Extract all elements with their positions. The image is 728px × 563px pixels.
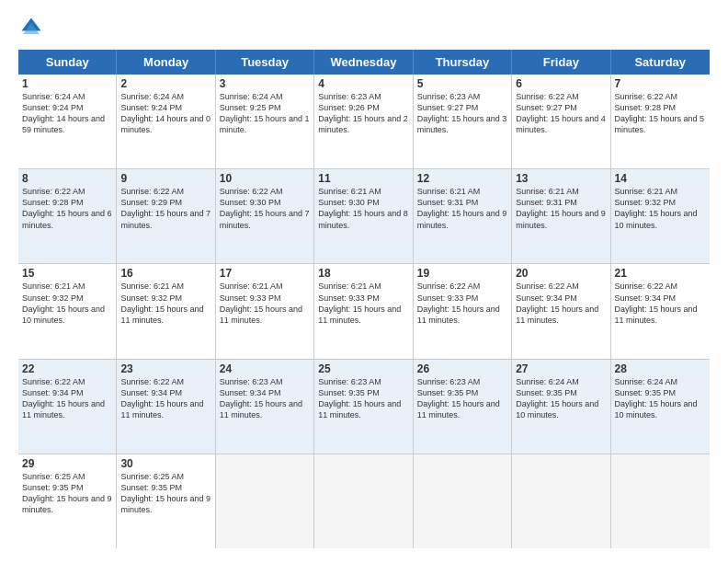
day-number: 17: [220, 267, 310, 280]
cal-cell: 26Sunrise: 6:23 AM Sunset: 9:35 PM Dayli…: [414, 360, 512, 454]
day-number: 21: [615, 267, 706, 280]
cal-cell: 27Sunrise: 6:24 AM Sunset: 9:35 PM Dayli…: [512, 360, 610, 454]
day-number: 30: [120, 457, 210, 470]
header-day-thursday: Thursday: [414, 50, 512, 75]
cal-cell: 24Sunrise: 6:23 AM Sunset: 9:34 PM Dayli…: [216, 360, 314, 454]
day-number: 5: [417, 77, 507, 90]
header-day-monday: Monday: [117, 50, 215, 75]
cal-cell: 6Sunrise: 6:22 AM Sunset: 9:27 PM Daylig…: [512, 75, 610, 168]
calendar-row-4: 29Sunrise: 6:25 AM Sunset: 9:35 PM Dayli…: [18, 454, 710, 548]
cell-info: Sunrise: 6:21 AM Sunset: 9:31 PM Dayligh…: [417, 186, 507, 231]
cell-info: Sunrise: 6:22 AM Sunset: 9:33 PM Dayligh…: [417, 281, 507, 326]
cal-cell: 4Sunrise: 6:23 AM Sunset: 9:26 PM Daylig…: [314, 75, 413, 168]
calendar: SundayMondayTuesdayWednesdayThursdayFrid…: [18, 50, 710, 548]
cell-info: Sunrise: 6:21 AM Sunset: 9:33 PM Dayligh…: [220, 281, 310, 326]
cell-info: Sunrise: 6:23 AM Sunset: 9:35 PM Dayligh…: [417, 376, 507, 421]
cell-info: Sunrise: 6:23 AM Sunset: 9:26 PM Dayligh…: [318, 91, 408, 136]
day-number: 25: [318, 362, 408, 375]
cal-cell: 2Sunrise: 6:24 AM Sunset: 9:24 PM Daylig…: [117, 75, 215, 168]
calendar-row-3: 22Sunrise: 6:22 AM Sunset: 9:34 PM Dayli…: [18, 360, 710, 454]
cal-cell: 28Sunrise: 6:24 AM Sunset: 9:35 PM Dayli…: [611, 360, 710, 454]
cal-cell: 9Sunrise: 6:22 AM Sunset: 9:29 PM Daylig…: [117, 169, 215, 263]
header-day-saturday: Saturday: [611, 50, 710, 75]
cal-cell: 16Sunrise: 6:21 AM Sunset: 9:32 PM Dayli…: [117, 264, 215, 358]
cal-cell: 1Sunrise: 6:24 AM Sunset: 9:24 PM Daylig…: [18, 75, 117, 168]
cal-cell: [314, 454, 413, 548]
cal-cell: 13Sunrise: 6:21 AM Sunset: 9:31 PM Dayli…: [512, 169, 610, 263]
logo-icon: [18, 15, 44, 40]
cell-info: Sunrise: 6:24 AM Sunset: 9:35 PM Dayligh…: [615, 376, 706, 421]
header-day-sunday: Sunday: [18, 50, 117, 75]
day-number: 15: [22, 267, 112, 280]
cal-cell: 15Sunrise: 6:21 AM Sunset: 9:32 PM Dayli…: [18, 264, 117, 358]
cell-info: Sunrise: 6:23 AM Sunset: 9:35 PM Dayligh…: [318, 376, 408, 421]
day-number: 11: [318, 172, 408, 185]
page: SundayMondayTuesdayWednesdayThursdayFrid…: [0, 0, 728, 563]
day-number: 14: [615, 172, 706, 185]
cal-cell: 30Sunrise: 6:25 AM Sunset: 9:35 PM Dayli…: [117, 454, 215, 548]
cell-info: Sunrise: 6:21 AM Sunset: 9:32 PM Dayligh…: [22, 281, 112, 326]
cell-info: Sunrise: 6:21 AM Sunset: 9:31 PM Dayligh…: [516, 186, 606, 231]
cal-cell: 29Sunrise: 6:25 AM Sunset: 9:35 PM Dayli…: [18, 454, 117, 548]
cell-info: Sunrise: 6:21 AM Sunset: 9:30 PM Dayligh…: [318, 186, 408, 231]
cal-cell: 14Sunrise: 6:21 AM Sunset: 9:32 PM Dayli…: [611, 169, 710, 263]
day-number: 20: [516, 267, 606, 280]
cal-cell: [512, 454, 610, 548]
day-number: 29: [22, 457, 112, 470]
day-number: 8: [22, 172, 112, 185]
calendar-body: 1Sunrise: 6:24 AM Sunset: 9:24 PM Daylig…: [18, 75, 710, 548]
day-number: 3: [220, 77, 310, 90]
day-number: 4: [318, 77, 408, 90]
logo: [18, 15, 48, 40]
cal-cell: 10Sunrise: 6:22 AM Sunset: 9:30 PM Dayli…: [216, 169, 314, 263]
cell-info: Sunrise: 6:24 AM Sunset: 9:24 PM Dayligh…: [120, 91, 210, 136]
day-number: 2: [120, 77, 210, 90]
day-number: 16: [120, 267, 210, 280]
day-number: 18: [318, 267, 408, 280]
cal-cell: 3Sunrise: 6:24 AM Sunset: 9:25 PM Daylig…: [216, 75, 314, 168]
cal-cell: [414, 454, 512, 548]
header-day-wednesday: Wednesday: [314, 50, 413, 75]
day-number: 1: [22, 77, 112, 90]
cal-cell: 20Sunrise: 6:22 AM Sunset: 9:34 PM Dayli…: [512, 264, 610, 358]
calendar-row-1: 8Sunrise: 6:22 AM Sunset: 9:28 PM Daylig…: [18, 169, 710, 264]
calendar-row-0: 1Sunrise: 6:24 AM Sunset: 9:24 PM Daylig…: [18, 75, 710, 169]
cell-info: Sunrise: 6:22 AM Sunset: 9:34 PM Dayligh…: [615, 281, 706, 326]
calendar-row-2: 15Sunrise: 6:21 AM Sunset: 9:32 PM Dayli…: [18, 264, 710, 359]
cell-info: Sunrise: 6:21 AM Sunset: 9:32 PM Dayligh…: [120, 281, 210, 326]
day-number: 7: [615, 77, 706, 90]
cell-info: Sunrise: 6:22 AM Sunset: 9:34 PM Dayligh…: [22, 376, 112, 421]
cell-info: Sunrise: 6:22 AM Sunset: 9:30 PM Dayligh…: [220, 186, 310, 231]
header: [18, 15, 710, 40]
cal-cell: [216, 454, 314, 548]
cell-info: Sunrise: 6:22 AM Sunset: 9:34 PM Dayligh…: [120, 376, 210, 421]
day-number: 12: [417, 172, 507, 185]
cell-info: Sunrise: 6:22 AM Sunset: 9:27 PM Dayligh…: [516, 91, 606, 136]
day-number: 6: [516, 77, 606, 90]
day-number: 19: [417, 267, 507, 280]
day-number: 9: [120, 172, 210, 185]
cell-info: Sunrise: 6:22 AM Sunset: 9:29 PM Dayligh…: [120, 186, 210, 231]
day-number: 22: [22, 362, 112, 375]
cell-info: Sunrise: 6:22 AM Sunset: 9:28 PM Dayligh…: [22, 186, 112, 231]
header-day-tuesday: Tuesday: [216, 50, 314, 75]
cell-info: Sunrise: 6:23 AM Sunset: 9:27 PM Dayligh…: [417, 91, 507, 136]
cell-info: Sunrise: 6:24 AM Sunset: 9:35 PM Dayligh…: [516, 376, 606, 421]
cell-info: Sunrise: 6:25 AM Sunset: 9:35 PM Dayligh…: [120, 471, 210, 516]
day-number: 26: [417, 362, 507, 375]
cell-info: Sunrise: 6:23 AM Sunset: 9:34 PM Dayligh…: [220, 376, 310, 421]
day-number: 13: [516, 172, 606, 185]
cal-cell: 22Sunrise: 6:22 AM Sunset: 9:34 PM Dayli…: [18, 360, 117, 454]
cell-info: Sunrise: 6:21 AM Sunset: 9:33 PM Dayligh…: [318, 281, 408, 326]
cal-cell: [611, 454, 710, 548]
cal-cell: 7Sunrise: 6:22 AM Sunset: 9:28 PM Daylig…: [611, 75, 710, 168]
calendar-header: SundayMondayTuesdayWednesdayThursdayFrid…: [18, 50, 710, 75]
day-number: 27: [516, 362, 606, 375]
cal-cell: 23Sunrise: 6:22 AM Sunset: 9:34 PM Dayli…: [117, 360, 215, 454]
cell-info: Sunrise: 6:24 AM Sunset: 9:24 PM Dayligh…: [22, 91, 112, 136]
cell-info: Sunrise: 6:21 AM Sunset: 9:32 PM Dayligh…: [615, 186, 706, 231]
cal-cell: 11Sunrise: 6:21 AM Sunset: 9:30 PM Dayli…: [314, 169, 413, 263]
day-number: 10: [220, 172, 310, 185]
cal-cell: 12Sunrise: 6:21 AM Sunset: 9:31 PM Dayli…: [414, 169, 512, 263]
cal-cell: 19Sunrise: 6:22 AM Sunset: 9:33 PM Dayli…: [414, 264, 512, 358]
